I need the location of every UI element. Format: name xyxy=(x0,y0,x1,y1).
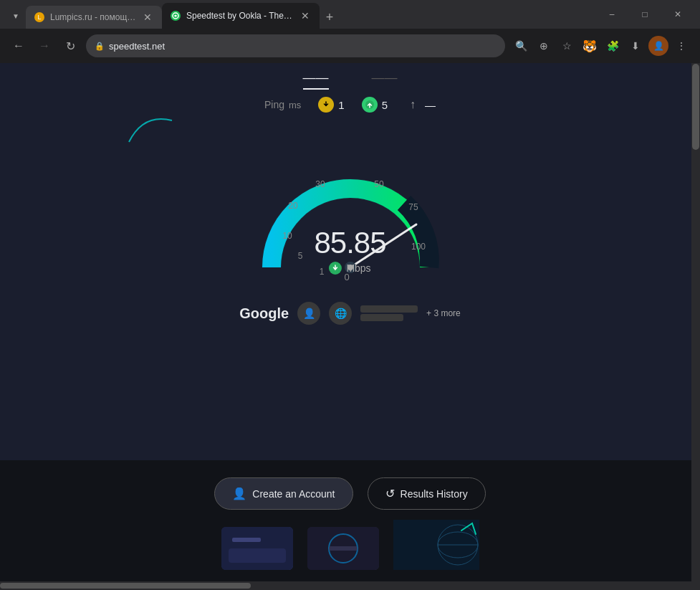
ping-unit: ms xyxy=(289,100,301,110)
bottom-section: 👤 Create an Account ↺ Results History xyxy=(0,460,700,581)
provider-blurred-info xyxy=(360,305,418,321)
provider-row: Google 👤 🌐 + 3 more xyxy=(239,302,461,325)
results-history-icon: ↺ xyxy=(385,487,395,500)
translate-icon[interactable]: ⊕ xyxy=(534,36,554,56)
browser-window: ▼ L Lumpics.ru - помощь с компью... ✕ Sp… xyxy=(0,0,700,590)
provider-name: Google xyxy=(239,305,289,322)
tiger-icon[interactable]: 🐯 xyxy=(580,36,600,56)
nav-icons: 🔍 ⊕ ☆ 🐯 🧩 ⬇ 👤 ⋮ xyxy=(511,36,691,56)
thumbnails-row xyxy=(221,527,479,570)
reload-button[interactable]: ↻ xyxy=(60,36,80,56)
svg-text:10: 10 xyxy=(282,231,292,241)
new-tab-button[interactable]: + xyxy=(320,7,340,27)
create-account-label: Create an Account xyxy=(252,488,335,500)
svg-text:100: 100 xyxy=(411,242,425,252)
svg-text:75: 75 xyxy=(408,202,418,212)
results-history-button[interactable]: ↺ Results History xyxy=(368,477,486,510)
tab-speed[interactable]: —— xyxy=(303,70,329,90)
tab-label-1: Lumpics.ru - помощь с компью... xyxy=(50,12,136,22)
bookmark-icon[interactable]: ☆ xyxy=(557,36,577,56)
svg-text:5: 5 xyxy=(297,251,302,261)
upload-stat: 5 xyxy=(362,97,388,113)
vertical-scrollbar[interactable] xyxy=(691,63,700,581)
thumbnail-1 xyxy=(221,527,293,570)
tab-active-2[interactable]: Speedtest by Ookla - The Glob... ✕ xyxy=(162,3,320,29)
tab-inactive-1[interactable]: L Lumpics.ru - помощь с компью... ✕ xyxy=(26,6,162,29)
h-scrollbar-thumb[interactable] xyxy=(0,583,251,589)
svg-text:30: 30 xyxy=(315,179,325,189)
download-value: 1 xyxy=(338,99,344,111)
svg-rect-17 xyxy=(232,538,261,542)
address-text: speedtest.net xyxy=(109,41,165,52)
upload-value: 5 xyxy=(382,99,388,111)
tab-other[interactable]: —— xyxy=(372,70,398,90)
tab-close-1[interactable]: ✕ xyxy=(142,11,153,23)
upload-icon-badge xyxy=(362,97,378,113)
upload-arrow-icon: ↑ xyxy=(405,97,421,113)
h-scrollbar-track xyxy=(0,583,700,589)
search-companion-icon[interactable]: 🔍 xyxy=(511,36,531,56)
tab-favicon-2 xyxy=(171,11,181,21)
page-content: —— —— Ping ms 1 xyxy=(0,63,700,581)
upload-dash: — xyxy=(425,99,436,111)
ping-label: Ping xyxy=(264,99,284,110)
dl-icon xyxy=(329,262,342,275)
menu-button[interactable]: ⋮ xyxy=(671,36,691,56)
speed-value: 85.85 xyxy=(314,226,385,260)
create-account-icon: 👤 xyxy=(232,487,246,500)
minimize-button[interactable]: – xyxy=(595,3,628,26)
lock-icon: 🔒 xyxy=(95,42,105,51)
thumbnail-globe xyxy=(393,527,479,570)
window-controls: – □ ✕ xyxy=(595,3,694,29)
svg-rect-16 xyxy=(229,548,286,563)
tab-dropdown-btn[interactable]: ▼ xyxy=(6,6,26,26)
nav-bar: ← → ↻ 🔒 speedtest.net 🔍 ⊕ ☆ 🐯 🧩 ⬇ 👤 ⋮ xyxy=(0,29,700,63)
action-buttons: 👤 Create an Account ↺ Results History xyxy=(214,477,485,510)
svg-text:50: 50 xyxy=(374,179,384,189)
results-history-label: Results History xyxy=(401,488,468,500)
tab-close-2[interactable]: ✕ xyxy=(299,10,311,22)
tab-favicon-1: L xyxy=(34,12,44,22)
speed-display: 85.85 Mbps xyxy=(314,226,385,275)
forward-button[interactable]: → xyxy=(34,36,54,56)
decorative-curve xyxy=(122,106,179,149)
address-bar[interactable]: 🔒 speedtest.net xyxy=(86,34,505,57)
close-button[interactable]: ✕ xyxy=(661,3,694,26)
download-icon-badge xyxy=(318,97,334,113)
svg-text:20: 20 xyxy=(288,201,298,211)
tab-label-2: Speedtest by Ookla - The Glob... xyxy=(186,11,294,21)
speedtest-area: —— —— Ping ms 1 xyxy=(0,63,700,460)
speed-unit-row: Mbps xyxy=(314,262,385,275)
provider-globe-icon[interactable]: 🌐 xyxy=(329,302,352,325)
profile-button[interactable]: 👤 xyxy=(648,36,668,56)
ping-stat: Ping ms xyxy=(264,99,301,110)
maximize-button[interactable]: □ xyxy=(628,3,661,26)
download-stat: 1 xyxy=(318,97,344,113)
gauge-container: 0 1 5 10 20 30 50 75 100 xyxy=(236,124,465,296)
speed-unit: Mbps xyxy=(346,262,370,274)
create-account-button[interactable]: 👤 Create an Account xyxy=(214,477,353,510)
download-icon[interactable]: ⬇ xyxy=(625,36,646,56)
svg-rect-20 xyxy=(329,546,358,551)
tab-bar: ▼ L Lumpics.ru - помощь с компью... ✕ Sp… xyxy=(0,0,700,29)
horizontal-scrollbar[interactable] xyxy=(0,581,700,590)
thumbnail-2 xyxy=(307,527,379,570)
stats-row: Ping ms 1 5 ↑ — xyxy=(264,97,436,113)
extensions-icon[interactable]: 🧩 xyxy=(603,36,623,56)
scrollbar-thumb[interactable] xyxy=(692,64,699,150)
more-link[interactable]: + 3 more xyxy=(426,308,461,318)
extra-stat: ↑ — xyxy=(405,97,436,113)
back-button[interactable]: ← xyxy=(9,36,29,56)
top-tabs: —— —— xyxy=(303,70,398,90)
provider-person-icon[interactable]: 👤 xyxy=(297,302,320,325)
